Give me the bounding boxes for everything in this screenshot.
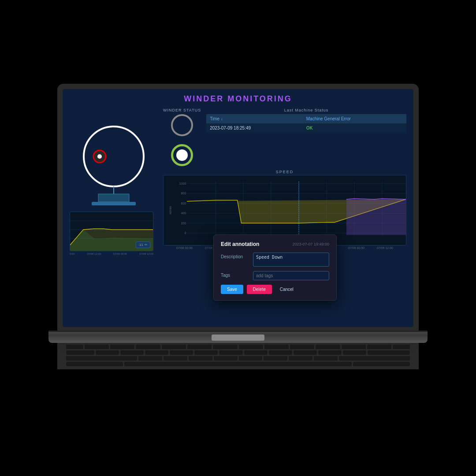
col-time[interactable]: Time ↓ xyxy=(206,114,303,123)
laptop-shell: WINDER MONITORING xyxy=(57,84,419,392)
y-axis-label: m/min xyxy=(169,204,172,217)
description-field: Description Speed Down xyxy=(221,253,329,267)
keyboard xyxy=(57,343,419,369)
col-error[interactable]: Machine General Error xyxy=(303,114,406,123)
winder-graphic-panel: :11 ✏ 0:00 07/08 12:00 07/09 00:00 07/09… xyxy=(70,108,158,318)
description-input[interactable]: Speed Down xyxy=(253,253,329,267)
save-button[interactable]: Save xyxy=(221,285,243,294)
svg-text:800: 800 xyxy=(181,191,186,195)
tags-field: Tags xyxy=(221,271,329,280)
laptop-base xyxy=(48,331,428,343)
laptop-screen: WINDER MONITORING xyxy=(63,89,413,327)
app-content: WINDER MONITORING xyxy=(63,89,413,327)
annotation-modal: Edit annotation 2023-07-07 19:49:00 Desc… xyxy=(213,234,337,301)
status-circle-green-inner xyxy=(176,149,188,161)
description-label: Description xyxy=(221,253,249,259)
modal-buttons: Save Delete Cancel xyxy=(221,285,329,294)
top-section: WINDER STATUS Last Machine Status xyxy=(163,108,406,166)
status-table: Time ↓ Machine General Error xyxy=(206,114,406,133)
status-circle-inactive xyxy=(171,114,193,136)
svg-text:0: 0 xyxy=(184,231,186,235)
svg-point-2 xyxy=(97,154,102,159)
tags-label: Tags xyxy=(221,271,249,278)
modal-header: Edit annotation 2023-07-07 19:49:00 xyxy=(221,241,329,247)
cancel-button[interactable]: Cancel xyxy=(275,285,298,294)
winder-status-label: WINDER STATUS xyxy=(163,108,201,112)
modal-title: Edit annotation xyxy=(221,241,259,247)
cell-error: OK xyxy=(303,123,406,133)
app-title: WINDER MONITORING xyxy=(70,94,406,104)
table-header-row: Time ↓ Machine General Error xyxy=(206,114,406,123)
trackpad[interactable] xyxy=(212,335,264,341)
delete-button[interactable]: Delete xyxy=(247,285,272,294)
winder-status-panel: WINDER STATUS xyxy=(163,108,201,166)
svg-rect-4 xyxy=(98,194,129,202)
tags-input[interactable] xyxy=(253,271,329,280)
machine-status-table-panel: Last Machine Status Time ↓ xyxy=(206,108,406,166)
svg-rect-5 xyxy=(92,202,136,205)
svg-text:400: 400 xyxy=(181,211,186,215)
left-chart-x-labels: 0:00 07/08 12:00 07/09 00:00 07/09 12:00 xyxy=(70,253,153,255)
left-mini-chart: :11 ✏ xyxy=(70,212,153,251)
annotation-badge[interactable]: :11 ✏ xyxy=(136,242,150,248)
winder-svg xyxy=(74,121,153,209)
modal-timestamp: 2023-07-07 19:49:00 xyxy=(292,242,329,246)
speed-label: SPEED xyxy=(163,170,406,174)
status-circle-active xyxy=(171,144,193,166)
table-row: 2023-07-09 18:25:49 OK xyxy=(206,123,406,133)
svg-text:600: 600 xyxy=(181,201,186,205)
svg-point-0 xyxy=(84,126,144,186)
svg-marker-31 xyxy=(346,198,406,235)
screen-bezel: WINDER MONITORING xyxy=(57,84,419,331)
svg-text:200: 200 xyxy=(181,221,186,225)
machine-status-header: Last Machine Status xyxy=(206,108,406,112)
cell-time: 2023-07-09 18:25:49 xyxy=(206,123,303,133)
svg-text:1000: 1000 xyxy=(179,182,186,186)
